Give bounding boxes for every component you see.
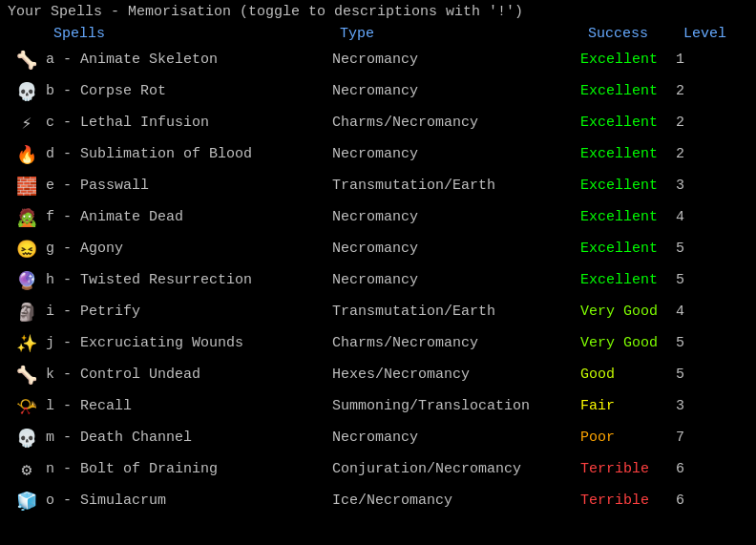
spell-type-a: Necromancy	[332, 52, 580, 68]
spell-name-o: o - Simulacrum	[46, 493, 332, 509]
spell-level-m: 7	[676, 430, 684, 446]
spell-success-g: Excellent	[580, 241, 676, 257]
spell-name-h: h - Twisted Resurrection	[46, 272, 332, 288]
spell-name-d: d - Sublimation of Blood	[46, 146, 332, 162]
spell-success-d: Excellent	[580, 146, 676, 162]
spell-level-f: 4	[676, 209, 684, 225]
spell-icon-d: 🔥	[8, 140, 46, 169]
spell-success-n: Terrible	[580, 461, 676, 477]
spell-name-g: g - Agony	[46, 241, 332, 257]
spell-row-n[interactable]: ⚙️ n - Bolt of Draining Conjuration/Necr…	[8, 453, 748, 485]
spell-name-n: n - Bolt of Draining	[46, 461, 332, 477]
spell-level-n: 6	[676, 461, 684, 477]
col-spells-label: Spells	[53, 26, 340, 42]
spell-name-f: f - Animate Dead	[46, 209, 332, 225]
spell-type-i: Transmutation/Earth	[332, 304, 580, 320]
spell-icon-k: 🦴	[8, 361, 46, 389]
spell-type-j: Charms/Necromancy	[332, 335, 580, 351]
spell-level-i: 4	[676, 304, 684, 320]
column-headers: Spells Type Success Level	[8, 26, 748, 42]
spell-type-f: Necromancy	[332, 209, 580, 225]
spell-level-g: 5	[676, 241, 684, 257]
spell-type-m: Necromancy	[332, 430, 580, 446]
spell-row-i[interactable]: 🗿 i - Petrify Transmutation/Earth Very G…	[8, 296, 748, 327]
spell-type-g: Necromancy	[332, 241, 580, 257]
spell-level-k: 5	[676, 367, 684, 383]
spell-success-j: Very Good	[580, 335, 676, 351]
spell-row-m[interactable]: 💀 m - Death Channel Necromancy Poor 7	[8, 422, 748, 453]
spell-row-f[interactable]: 🧟 f - Animate Dead Necromancy Excellent …	[8, 201, 748, 233]
spell-success-l: Fair	[580, 398, 676, 414]
spell-success-m: Poor	[580, 430, 676, 446]
spell-name-i: i - Petrify	[46, 304, 332, 320]
spell-success-a: Excellent	[580, 52, 676, 68]
spell-row-h[interactable]: 🔮 h - Twisted Resurrection Necromancy Ex…	[8, 264, 748, 296]
spell-type-k: Hexes/Necromancy	[332, 367, 580, 383]
spell-row-o[interactable]: 🧊 o - Simulacrum Ice/Necromancy Terrible…	[8, 485, 748, 516]
spell-icon-h: 🔮	[8, 266, 46, 295]
spell-level-o: 6	[676, 493, 684, 509]
spell-level-h: 5	[676, 272, 684, 288]
page-header: Your Spells - Memorisation (toggle to de…	[8, 4, 748, 20]
spell-name-b: b - Corpse Rot	[46, 83, 332, 99]
spell-success-k: Good	[580, 367, 676, 383]
spell-icon-l: 📯	[8, 392, 46, 421]
spell-success-h: Excellent	[580, 272, 676, 288]
spell-type-e: Transmutation/Earth	[332, 178, 580, 194]
spell-row-d[interactable]: 🔥 d - Sublimation of Blood Necromancy Ex…	[8, 138, 748, 170]
spell-type-d: Necromancy	[332, 146, 580, 162]
spell-success-f: Excellent	[580, 209, 676, 225]
spell-name-c: c - Lethal Infusion	[46, 115, 332, 131]
spell-name-a: a - Animate Skeleton	[46, 52, 332, 68]
spell-icon-m: 💀	[8, 424, 46, 452]
spell-row-e[interactable]: 🧱 e - Passwall Transmutation/Earth Excel…	[8, 170, 748, 201]
spell-icon-n: ⚙️	[8, 455, 46, 484]
spell-icon-i: 🗿	[8, 298, 46, 326]
spell-level-d: 2	[676, 146, 684, 162]
spell-row-l[interactable]: 📯 l - Recall Summoning/Translocation Fai…	[8, 390, 748, 422]
spell-icon-f: 🧟	[8, 203, 46, 232]
spell-level-e: 3	[676, 178, 684, 194]
spell-icon-o: 🧊	[8, 487, 46, 515]
spell-icon-g: 😖	[8, 235, 46, 263]
spell-type-b: Necromancy	[332, 83, 580, 99]
spell-name-k: k - Control Undead	[46, 367, 332, 383]
spell-type-o: Ice/Necromancy	[332, 493, 580, 509]
spell-row-j[interactable]: ✨ j - Excruciating Wounds Charms/Necroma…	[8, 327, 748, 359]
spell-level-l: 3	[676, 398, 684, 414]
spell-row-k[interactable]: 🦴 k - Control Undead Hexes/Necromancy Go…	[8, 359, 748, 390]
spell-type-l: Summoning/Translocation	[332, 398, 580, 414]
spell-icon-j: ✨	[8, 329, 46, 358]
spell-icon-a: 🦴	[8, 46, 46, 74]
spell-row-c[interactable]: ⚡ c - Lethal Infusion Charms/Necromancy …	[8, 107, 748, 138]
spell-success-b: Excellent	[580, 83, 676, 99]
spell-success-o: Terrible	[580, 493, 676, 509]
col-type-label: Type	[340, 26, 588, 42]
spell-type-n: Conjuration/Necromancy	[332, 461, 580, 477]
spell-level-j: 5	[676, 335, 684, 351]
spell-level-c: 2	[676, 115, 684, 131]
spell-level-a: 1	[676, 52, 684, 68]
spell-icon-b: 💀	[8, 77, 46, 106]
spell-name-e: e - Passwall	[46, 178, 332, 194]
spell-row-b[interactable]: 💀 b - Corpse Rot Necromancy Excellent 2	[8, 75, 748, 107]
spell-success-e: Excellent	[580, 178, 676, 194]
spell-icon-e: 🧱	[8, 172, 46, 200]
col-level-label: Level	[683, 26, 726, 42]
spell-type-h: Necromancy	[332, 272, 580, 288]
spell-list: 🦴 a - Animate Skeleton Necromancy Excell…	[8, 44, 748, 516]
spell-level-b: 2	[676, 83, 684, 99]
spell-type-c: Charms/Necromancy	[332, 115, 580, 131]
spell-row-a[interactable]: 🦴 a - Animate Skeleton Necromancy Excell…	[8, 44, 748, 75]
spell-name-m: m - Death Channel	[46, 430, 332, 446]
spell-success-i: Very Good	[580, 304, 676, 320]
spell-row-g[interactable]: 😖 g - Agony Necromancy Excellent 5	[8, 233, 748, 264]
spell-name-l: l - Recall	[46, 398, 332, 414]
spell-name-j: j - Excruciating Wounds	[46, 335, 332, 351]
spell-success-c: Excellent	[580, 115, 676, 131]
col-success-label: Success	[588, 26, 683, 42]
spell-icon-c: ⚡	[8, 109, 46, 137]
